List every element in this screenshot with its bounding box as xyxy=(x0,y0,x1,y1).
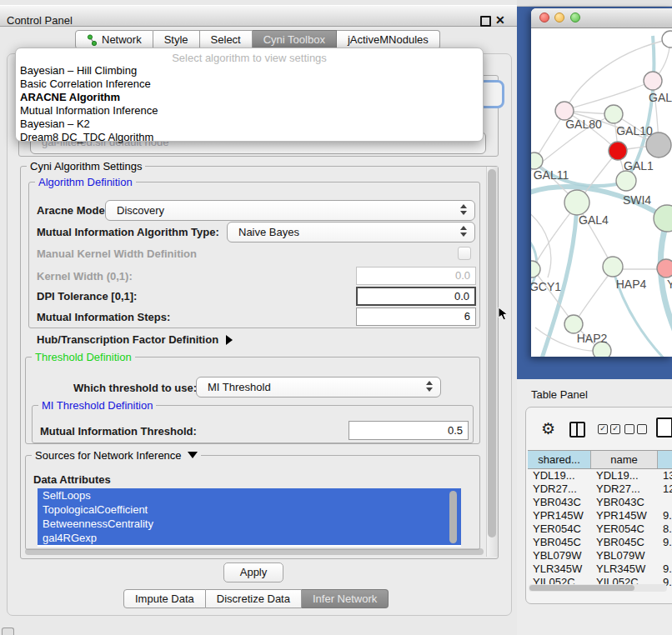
column-header-a[interactable]: A xyxy=(658,451,672,468)
network-window-titlebar[interactable] xyxy=(531,8,672,28)
data-attributes-list[interactable]: SelfLoopsTopologicalCoefficientBetweenne… xyxy=(38,488,461,547)
mouse-cursor xyxy=(498,307,509,321)
attribute-item-selfloops[interactable]: SelfLoops xyxy=(38,488,461,502)
dropdown-prompt: Select algorithm to view settings xyxy=(16,52,483,64)
tab-cyni-toolbox[interactable]: Cyni Toolbox xyxy=(253,30,337,49)
attribute-item-topologicalcoefficient[interactable]: TopologicalCoefficient xyxy=(38,502,461,517)
close-icon[interactable]: ✕ xyxy=(495,13,505,27)
minimize-traffic-icon[interactable] xyxy=(554,12,564,22)
combo-stepper-icon xyxy=(460,226,468,237)
table-row[interactable]: YBR043CYBR043C xyxy=(528,496,672,509)
table-header: shared...nameA xyxy=(528,450,672,469)
network-node[interactable] xyxy=(654,205,672,232)
manual-kernel-width-label: Manual Kernel Width Definition xyxy=(37,248,197,260)
dpi-tolerance-field[interactable]: 0.0 xyxy=(356,287,476,306)
table-cell: YDL19... xyxy=(591,469,658,482)
table-row[interactable]: YLR345WYLR345W9. xyxy=(528,562,672,576)
mi-steps-field[interactable]: 6 xyxy=(356,308,476,326)
network-node-gal4[interactable] xyxy=(564,190,589,215)
tab-discretize-data[interactable]: Discretize Data xyxy=(206,589,302,608)
table-row[interactable]: YDR27...YDR27...12 xyxy=(528,482,672,496)
network-node-hap2[interactable] xyxy=(564,315,583,333)
settings-scrollbar-thumb[interactable] xyxy=(488,169,496,538)
network-node-gal1[interactable] xyxy=(609,142,627,160)
window-title: Control Panel xyxy=(7,14,73,27)
network-canvas[interactable]: GALGAL80GAL10GAL1GAL11SWI4GAL4GCY1HAP4YH… xyxy=(531,28,672,357)
network-node[interactable] xyxy=(662,31,672,48)
mi-threshold-field[interactable]: 0.5 xyxy=(349,421,469,440)
network-node-hap4[interactable] xyxy=(603,257,623,277)
table-row[interactable]: YER054CYER054C8. xyxy=(528,522,672,536)
tab-impute-data[interactable]: Impute Data xyxy=(123,589,206,608)
zoom-traffic-icon[interactable] xyxy=(570,12,580,22)
threshold-definition-title: Threshold Definition xyxy=(32,351,135,363)
dropdown-item-aracne-algorithm[interactable]: ARACNE Algorithm xyxy=(16,91,483,104)
table-panel: ⚙ ✓✓ shared...nameA YDL19...YDL19...13YD… xyxy=(525,407,672,604)
mi-threshold-group-title: MI Threshold Definition xyxy=(38,399,156,412)
column-header-name[interactable]: name xyxy=(591,451,658,468)
attribute-item-gal4rgexp[interactable]: gal4RGexp xyxy=(38,531,461,545)
combo-stepper-icon xyxy=(426,381,434,392)
dropdown-item-basic-correlation-inference[interactable]: Basic Correlation Inference xyxy=(16,78,483,91)
close-traffic-icon[interactable] xyxy=(539,12,549,22)
table-row[interactable]: YPR145WYPR145W9. xyxy=(528,509,672,522)
tab-style[interactable]: Style xyxy=(153,30,200,49)
tab-infer-network[interactable]: Infer Network xyxy=(302,589,389,608)
which-threshold-combo[interactable]: MI Threshold xyxy=(196,377,441,398)
network-node-gcy1[interactable] xyxy=(531,261,540,278)
control-panel-titlebar[interactable]: Control Panel ✕ xyxy=(0,5,517,27)
table-row[interactable]: YDL19...YDL19...13 xyxy=(528,469,672,482)
table-row[interactable]: YBL079WYBL079W xyxy=(528,549,672,562)
dropdown-item-bayesian-hill-climbing[interactable]: Bayesian – Hill Climbing xyxy=(16,64,483,78)
new-table-icon[interactable] xyxy=(656,418,672,438)
tab-label: Select xyxy=(211,31,241,48)
node-label-gal11: GAL11 xyxy=(534,168,569,182)
manual-kernel-width-checkbox[interactable] xyxy=(458,247,471,260)
cyni-bottom-tab-bar: Impute DataDiscretize DataInfer Network xyxy=(123,589,389,608)
table-hscrollbar-thumb[interactable] xyxy=(529,585,634,591)
dropdown-item-mutual-information-inference[interactable]: Mutual Information Inference xyxy=(16,104,483,118)
table-cell: YDR27... xyxy=(528,482,591,496)
table-row[interactable]: YBR045CYBR045C9. xyxy=(528,536,672,549)
deselect-all-icon[interactable] xyxy=(624,424,647,434)
network-node-gal10[interactable] xyxy=(604,105,623,123)
network-view-window[interactable]: GALGAL80GAL10GAL1GAL11SWI4GAL4GCY1HAP4YH… xyxy=(531,8,672,357)
hub-definition-toggle[interactable]: Hub/Transcription Factor Definition xyxy=(37,333,233,346)
tab-network[interactable]: Network xyxy=(75,30,153,49)
sources-group-toggle[interactable]: Sources for Network Inference xyxy=(32,449,201,462)
tab-label: jActiveMNodules xyxy=(348,31,429,48)
network-node-y[interactable] xyxy=(657,259,672,278)
float-window-icon[interactable] xyxy=(480,16,491,27)
cyni-algorithm-settings-title: Cyni Algorithm Settings xyxy=(27,160,145,172)
dropdown-item-dream8-dc-tdc-algorithm[interactable]: Dream8 DC_TDC Algorithm xyxy=(16,131,483,144)
network-node-gal[interactable] xyxy=(644,72,662,90)
table-cell: YLR345W xyxy=(591,562,658,576)
tab-label: Style xyxy=(164,31,188,48)
apply-button[interactable]: Apply xyxy=(223,562,283,582)
corner-widget-fragment[interactable] xyxy=(2,628,14,635)
tab-select[interactable]: Select xyxy=(200,30,253,49)
table-cell: YDR27... xyxy=(591,482,658,496)
table-cell: YBL079W xyxy=(591,549,658,562)
node-label-y: Y xyxy=(667,278,672,291)
column-layout-icon[interactable] xyxy=(569,422,585,438)
table-cell: 8. xyxy=(658,522,672,536)
table-body: YDL19...YDL19...13YDR27...YDR27...12YBR0… xyxy=(528,469,672,586)
aracne-mode-combo[interactable]: Discovery xyxy=(105,200,475,221)
network-node-gal11[interactable] xyxy=(531,152,543,169)
column-header-shared[interactable]: shared... xyxy=(528,451,591,468)
gear-icon[interactable]: ⚙ xyxy=(541,419,555,438)
mi-algorithm-type-combo[interactable]: Naive Bayes xyxy=(227,222,475,242)
top-strip xyxy=(517,0,672,7)
kernel-width-label: Kernel Width (0,1): xyxy=(37,270,133,282)
attributes-scrollbar-thumb[interactable] xyxy=(449,491,457,543)
collapse-down-icon xyxy=(188,452,198,458)
network-node-swi4[interactable] xyxy=(616,171,636,191)
dropdown-item-bayesian-k2[interactable]: Bayesian – K2 xyxy=(16,118,483,131)
tab-jactivemnodules[interactable]: jActiveMNodules xyxy=(337,30,440,49)
node-label-gal10: GAL10 xyxy=(616,124,653,138)
kernel-width-field[interactable]: 0.0 xyxy=(356,267,476,285)
select-all-icon[interactable]: ✓✓ xyxy=(598,424,620,434)
table-cell: 9. xyxy=(658,562,672,576)
attribute-item-betweennesscentrality[interactable]: BetweennessCentrality xyxy=(38,517,461,531)
